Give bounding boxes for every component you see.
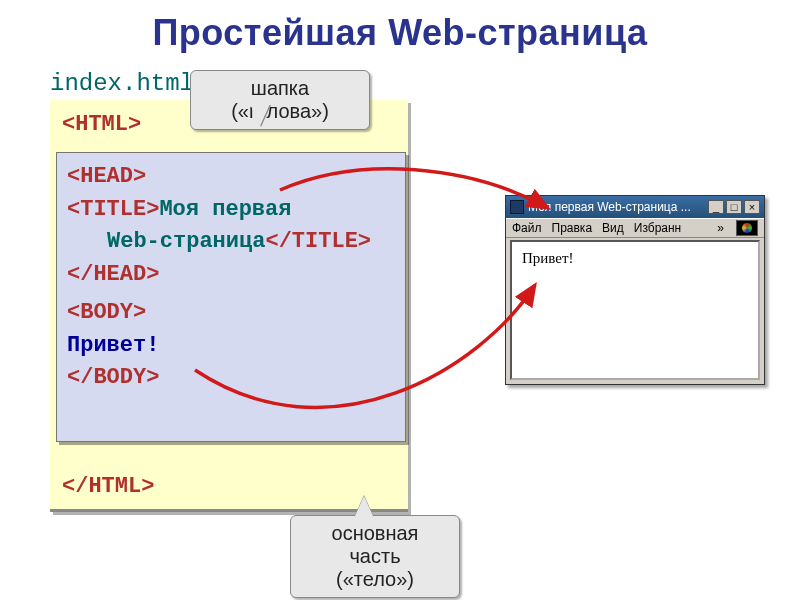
minimize-button[interactable]: _ — [708, 200, 724, 214]
menu-view[interactable]: Вид — [602, 221, 624, 235]
menu-more-icon[interactable]: » — [717, 221, 724, 235]
inner-code-box: <HEAD> <TITLE>Моя первая Web-страница</T… — [56, 152, 406, 442]
title-open-tag: <TITLE> — [67, 197, 159, 222]
callout-body-line1: основная часть — [305, 522, 445, 568]
slide-title: Простейшая Web-страница — [0, 12, 800, 54]
maximize-button[interactable]: □ — [726, 200, 742, 214]
browser-content: Привет! — [510, 240, 760, 380]
callout-head-tail — [250, 104, 270, 126]
browser-window: Моя первая Web-страница ... _ □ × Файл П… — [505, 195, 765, 385]
body-open-tag: <BODY> — [67, 297, 395, 330]
browser-title-text: Моя первая Web-страница ... — [528, 200, 691, 214]
title-text-line2: Web-страница — [67, 229, 265, 254]
body-close-tag: </BODY> — [67, 362, 395, 395]
filename-label: index.html — [50, 70, 194, 97]
menu-edit[interactable]: Правка — [552, 221, 593, 235]
callout-head-text: шапка («голова») — [231, 77, 329, 122]
html-close-tag: </HTML> — [62, 472, 396, 502]
title-close-tag: </TITLE> — [265, 229, 371, 254]
callout-head: шапка («голова») — [190, 70, 370, 130]
menu-favorites[interactable]: Избранн — [634, 221, 681, 235]
browser-content-text: Привет! — [522, 250, 574, 266]
head-open-tag: <HEAD> — [67, 161, 395, 194]
browser-menubar: Файл Правка Вид Избранн » — [506, 218, 764, 238]
callout-body-tail — [355, 496, 373, 516]
menu-file[interactable]: Файл — [512, 221, 542, 235]
browser-logo-icon — [736, 220, 758, 236]
title-text-line1: Моя первая — [159, 197, 291, 222]
browser-app-icon — [510, 200, 524, 214]
head-close-tag: </HEAD> — [67, 259, 395, 292]
browser-titlebar: Моя первая Web-страница ... _ □ × — [506, 196, 764, 218]
close-button[interactable]: × — [744, 200, 760, 214]
callout-body: основная часть («тело») — [290, 515, 460, 598]
body-text: Привет! — [67, 330, 395, 363]
callout-body-line2: («тело») — [305, 568, 445, 591]
